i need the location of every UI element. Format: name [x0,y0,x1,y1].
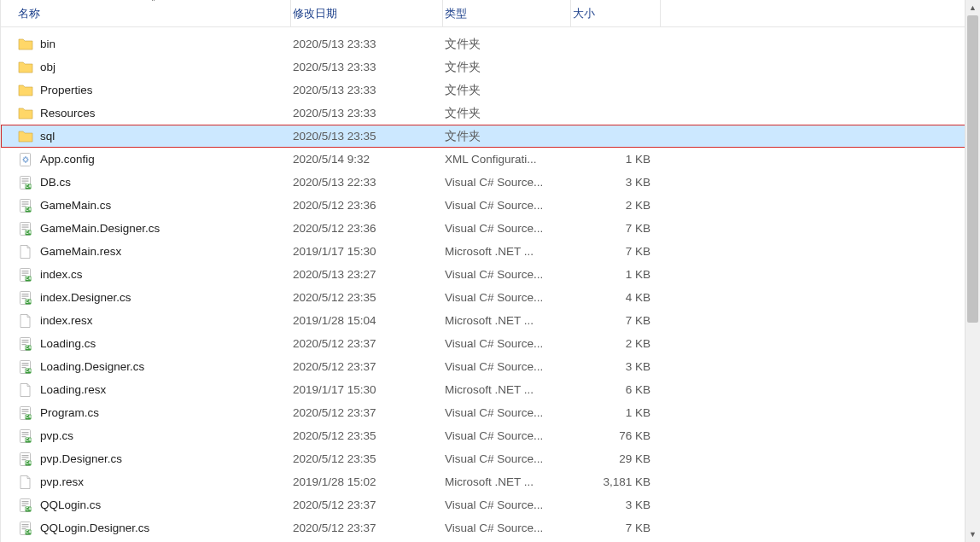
file-type-cell: Visual C# Source... [443,291,571,304]
file-row[interactable]: C#Loading.cs2020/5/12 23:37Visual C# Sou… [1,332,980,355]
file-date-cell: 2020/5/13 23:33 [291,84,443,96]
file-row[interactable]: pvp.resx2019/1/28 15:02Microsoft .NET ..… [1,470,980,493]
file-name-cell: C#GameMain.cs [16,198,291,213]
file-row[interactable]: C#index.Designer.cs2020/5/12 23:35Visual… [1,286,980,309]
file-type-cell: Visual C# Source... [443,337,571,350]
file-icon [18,244,33,259]
column-header-size[interactable]: 大小 [571,0,661,26]
file-name-label: GameMain.Designer.cs [40,222,160,235]
column-header-size-label: 大小 [573,6,595,21]
scroll-up-button[interactable]: ▲ [965,0,980,15]
file-name-label: pvp.resx [40,475,84,488]
file-row[interactable]: Resources2020/5/13 23:33文件夹 [1,102,980,125]
file-date-cell: 2020/5/13 23:35 [291,130,443,143]
file-date-cell: 2020/5/13 23:33 [291,61,443,73]
file-icon [18,313,33,329]
file-row[interactable]: C#pvp.cs2020/5/12 23:35Visual C# Source.… [1,424,980,447]
svg-rect-10 [22,203,29,204]
file-row[interactable]: bin2020/5/13 23:33文件夹 [1,32,980,55]
svg-rect-52 [22,434,29,434]
svg-rect-51 [22,432,29,433]
cs-icon: C# [18,336,33,352]
file-row[interactable]: sql2020/5/13 23:35文件夹 [1,125,980,148]
svg-text:C#: C# [26,207,32,212]
file-name-cell: Properties [16,83,291,98]
file-name-label: bin [40,38,55,50]
scroll-track[interactable] [965,15,980,527]
file-size-cell: 1 KB [571,153,661,166]
cs-icon: C# [18,405,33,421]
column-header-date[interactable]: 修改日期 [291,0,443,26]
file-name-cell: C#Loading.Designer.cs [16,359,291,375]
file-type-cell: Visual C# Source... [443,268,571,281]
file-name-cell: GameMain.resx [16,244,291,259]
cs-icon: C# [18,521,33,536]
file-row[interactable]: Loading.resx2019/1/17 15:30Microsoft .NE… [1,378,980,401]
svg-rect-9 [22,201,29,202]
file-name-cell: C#index.cs [16,267,291,283]
file-type-cell: 文件夹 [443,37,571,52]
svg-text:C#: C# [26,414,32,419]
file-name-label: sql [40,130,55,143]
svg-rect-63 [22,501,29,502]
file-row[interactable]: App.config2020/5/14 9:32XML Configurati.… [1,148,980,171]
svg-rect-0 [20,153,31,166]
svg-rect-3 [22,178,29,179]
svg-rect-57 [22,455,29,456]
svg-rect-45 [22,409,29,410]
file-size-cell: 3 KB [571,176,661,189]
config-icon [18,152,33,167]
file-row[interactable]: C#Program.cs2020/5/12 23:37Visual C# Sou… [1,401,980,424]
file-type-cell: 文件夹 [443,129,571,144]
file-name-cell: index.resx [16,313,291,329]
file-type-cell: Visual C# Source... [443,522,571,534]
vertical-scrollbar[interactable]: ▲ ▼ [965,0,980,542]
file-type-cell: Visual C# Source... [443,176,571,189]
svg-text:C#: C# [26,506,32,511]
sort-ascending-icon: ˄ [151,0,155,7]
file-type-cell: Visual C# Source... [443,498,571,511]
file-row[interactable]: C#Loading.Designer.cs2020/5/12 23:37Visu… [1,355,980,378]
file-row[interactable]: C#GameMain.cs2020/5/12 23:36Visual C# So… [1,194,980,217]
file-size-cell: 29 KB [571,452,661,465]
svg-rect-22 [22,272,29,273]
file-row[interactable]: C#DB.cs2020/5/13 22:33Visual C# Source..… [1,171,980,194]
scroll-thumb[interactable] [967,15,978,323]
file-row[interactable]: C#pvp.Designer.cs2020/5/12 23:35Visual C… [1,447,980,470]
file-date-cell: 2020/5/13 23:33 [291,107,443,119]
file-name-label: Loading.resx [40,383,106,396]
svg-text:C#: C# [26,368,32,373]
file-type-cell: Visual C# Source... [443,452,571,465]
file-type-cell: 文件夹 [443,60,571,75]
svg-rect-27 [22,294,29,294]
file-row[interactable]: GameMain.resx2019/1/17 15:30Microsoft .N… [1,240,980,263]
file-row[interactable]: C#index.cs2020/5/13 23:27Visual C# Sourc… [1,263,980,286]
column-header-name[interactable]: 名称 ˄ [16,0,291,26]
file-list-area: 名称 ˄ 修改日期 类型 大小 bin2020/5/13 23:33文件夹obj… [0,0,980,542]
file-row[interactable]: C#QQLogin.Designer.cs2020/5/12 23:37Visu… [1,516,980,539]
file-row[interactable]: C#GameMain.Designer.cs2020/5/12 23:36Vis… [1,217,980,240]
file-name-label: GameMain.cs [40,199,111,212]
file-date-cell: 2020/5/12 23:37 [291,406,443,419]
file-row[interactable]: C#QQLogin.cs2020/5/12 23:37Visual C# Sou… [1,493,980,516]
file-size-cell: 3 KB [571,498,661,511]
file-list-body[interactable]: bin2020/5/13 23:33文件夹obj2020/5/13 23:33文… [1,27,980,542]
svg-text:C#: C# [26,460,32,465]
file-type-cell: Microsoft .NET ... [443,245,571,258]
file-date-cell: 2019/1/17 15:30 [291,245,443,258]
file-type-cell: Microsoft .NET ... [443,475,571,488]
scroll-down-button[interactable]: ▼ [965,527,980,542]
file-date-cell: 2019/1/17 15:30 [291,383,443,396]
svg-rect-58 [22,457,29,457]
cs-icon: C# [18,221,33,236]
file-type-cell: XML Configurati... [443,153,571,166]
file-row[interactable]: Properties2020/5/13 23:33文件夹 [1,79,980,102]
column-header-type[interactable]: 类型 [443,0,571,26]
file-name-cell: C#DB.cs [16,175,291,190]
file-date-cell: 2020/5/12 23:36 [291,199,443,212]
file-row[interactable]: index.resx2019/1/28 15:04Microsoft .NET … [1,309,980,332]
file-row[interactable]: obj2020/5/13 23:33文件夹 [1,55,980,79]
file-type-cell: Visual C# Source... [443,199,571,212]
svg-rect-64 [22,503,29,504]
chevron-up-icon: ▲ [969,3,977,12]
